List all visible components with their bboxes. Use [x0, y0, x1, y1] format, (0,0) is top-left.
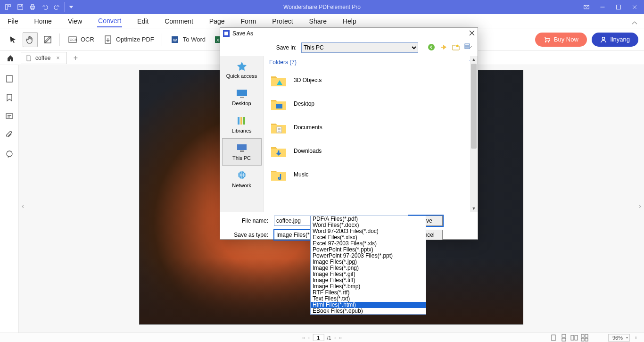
chat-panel-icon[interactable]	[5, 150, 14, 158]
next-page-button[interactable]: ›	[334, 334, 336, 341]
zoom-out-button[interactable]: −	[599, 335, 605, 341]
menu-form[interactable]: Form	[240, 16, 257, 27]
view-continuous-icon[interactable]	[560, 334, 568, 342]
document-tab[interactable]: coffee ×	[21, 52, 67, 64]
page-number-input[interactable]	[313, 334, 324, 341]
menu-comment[interactable]: Comment	[164, 16, 194, 27]
zoom-in-button[interactable]: +	[633, 335, 639, 341]
save-as-dialog: Save As Save in: This PC Quick access De…	[220, 27, 478, 240]
folder-documents[interactable]: Documents	[270, 116, 478, 139]
file-name-label: File name:	[242, 217, 268, 224]
window-minimize-icon[interactable]	[595, 0, 610, 14]
app-titlebar: Wondershare PDFelement Pro	[0, 0, 644, 14]
edit-text-tool[interactable]	[41, 33, 55, 47]
save-in-label: Save in:	[276, 44, 297, 51]
svg-rect-37	[243, 117, 245, 125]
folder-desktop[interactable]: Desktop	[270, 92, 478, 116]
type-option[interactable]: EBook Files(*.epub)	[311, 308, 426, 314]
menu-edit[interactable]: Edit	[136, 16, 149, 27]
view-grid-icon[interactable]	[581, 334, 588, 342]
svg-rect-25	[571, 335, 574, 340]
view-single-icon[interactable]	[550, 334, 557, 342]
place-quick-access[interactable]: Quick access	[222, 56, 262, 83]
redo-icon[interactable]	[52, 2, 62, 12]
next-page-nudge[interactable]: ›	[639, 202, 641, 210]
folder-label: Music	[294, 171, 308, 178]
place-label: This PC	[232, 155, 251, 161]
prev-page-button[interactable]: ‹	[308, 334, 310, 341]
svg-rect-4	[31, 5, 33, 7]
menu-home[interactable]: Home	[33, 16, 53, 27]
menu-page[interactable]: Page	[208, 16, 226, 27]
folder-music[interactable]: Music	[270, 163, 478, 186]
quick-print-icon[interactable]	[27, 2, 38, 12]
svg-rect-41	[276, 104, 282, 108]
menu-help[interactable]: Help	[342, 16, 357, 27]
hand-tool[interactable]	[23, 32, 38, 47]
buy-now-button[interactable]: Buy Now	[535, 33, 587, 47]
new-folder-icon[interactable]	[452, 43, 461, 52]
toolbar-divider	[162, 33, 162, 46]
place-this-pc[interactable]: This PC	[222, 138, 262, 166]
svg-point-31	[428, 44, 435, 50]
svg-rect-1	[8, 5, 10, 7]
account-button[interactable]: linyang	[592, 33, 638, 47]
optimize-pdf-button[interactable]: Optimize PDF	[100, 33, 157, 47]
svg-rect-2	[18, 5, 23, 10]
dialog-scrollbar[interactable]: ▲▼	[470, 56, 478, 212]
ribbon-collapse-icon[interactable]	[632, 19, 637, 26]
bookmarks-panel-icon[interactable]	[5, 93, 14, 102]
views-menu-icon[interactable]	[464, 43, 473, 52]
svg-rect-34	[240, 97, 244, 98]
prev-page-nudge[interactable]: ‹	[22, 202, 24, 210]
pointer-tool[interactable]	[6, 33, 20, 47]
left-side-rail	[0, 65, 19, 333]
place-label: Libraries	[231, 128, 251, 133]
window-maximize-icon[interactable]	[611, 0, 626, 14]
svg-rect-28	[585, 334, 588, 337]
tab-close-icon[interactable]: ×	[54, 55, 61, 61]
svg-rect-7	[617, 5, 621, 9]
save-in-combo[interactable]: This PC	[301, 42, 418, 53]
place-label: Quick access	[226, 73, 257, 79]
thumbnails-panel-icon[interactable]	[5, 75, 14, 83]
place-label: Desktop	[232, 100, 251, 106]
attachments-panel-icon[interactable]	[5, 131, 14, 140]
svg-point-18	[602, 37, 604, 39]
nav-up-icon[interactable]	[440, 43, 448, 52]
menu-view[interactable]: View	[67, 16, 83, 27]
window-close-icon[interactable]	[627, 0, 642, 14]
new-tab-button[interactable]: +	[70, 52, 82, 64]
last-page-button[interactable]: »	[339, 334, 342, 341]
nav-back-icon[interactable]	[428, 43, 436, 52]
place-libraries[interactable]: Libraries	[222, 111, 262, 138]
svg-rect-33	[237, 90, 247, 96]
svg-rect-23	[562, 334, 566, 337]
folder-3d-objects[interactable]: 3D Objects	[270, 68, 478, 92]
quick-access-dropdown-icon[interactable]	[64, 2, 74, 12]
menu-share[interactable]: Share	[308, 16, 328, 27]
view-facing-icon[interactable]	[570, 334, 578, 342]
folder-downloads[interactable]: Downloads	[270, 139, 478, 163]
first-page-button[interactable]: «	[302, 334, 305, 341]
to-word-label: To Word	[183, 36, 206, 43]
quick-save-icon[interactable]	[15, 2, 25, 12]
place-network[interactable]: Network	[222, 166, 262, 193]
ocr-button[interactable]: OCROCR	[65, 33, 97, 47]
dialog-close-icon[interactable]	[469, 30, 475, 37]
folder-label: 3D Objects	[294, 77, 322, 83]
menu-file[interactable]: File	[7, 16, 19, 27]
zoom-level-combo[interactable]: 96%	[608, 334, 630, 342]
to-word-button[interactable]: WTo Word	[167, 33, 208, 47]
home-tab-icon[interactable]	[2, 51, 19, 65]
svg-rect-36	[240, 117, 242, 125]
menu-convert[interactable]: Convert	[97, 15, 122, 27]
folders-group-header[interactable]: Folders (7)	[269, 59, 297, 66]
undo-icon[interactable]	[40, 2, 50, 12]
mail-icon[interactable]	[579, 0, 594, 14]
svg-rect-39	[240, 150, 244, 152]
svg-point-16	[545, 41, 546, 42]
menu-protect[interactable]: Protect	[271, 16, 294, 27]
place-desktop[interactable]: Desktop	[222, 83, 262, 111]
comments-panel-icon[interactable]	[5, 112, 14, 121]
